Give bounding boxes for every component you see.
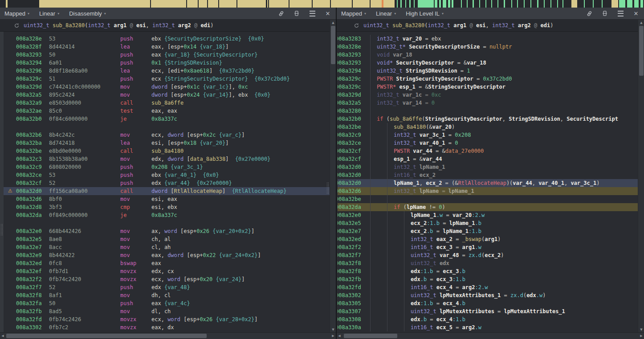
address[interactable]: 008a32c9 [16,163,49,171]
disassembly-line[interactable]: 008a329350pusheax {var_18} {SecurityDesc… [4,51,330,59]
hlil-line[interactable]: 008a32e7ecx_2.b = lpName_1:1.b [338,227,638,235]
address[interactable]: 008a328e [16,35,49,43]
mnemonic[interactable]: push [120,299,151,307]
code-token[interactable]: dword [167,156,183,162]
hlil-line[interactable]: 008a32f8edx:1.b = ecx_3.b [338,267,638,275]
code-token[interactable]: word [164,228,177,234]
hlil-line[interactable]: 008a3280 [338,107,638,115]
hlil-line[interactable]: 008a32edint32_t eax_2 = _bswap(arg1) [338,235,638,243]
instruction-bytes[interactable]: 3bf3 [49,203,120,211]
code-token[interactable]: , [564,180,571,186]
instruction-bytes[interactable]: 0f84c6000000 [49,115,120,123]
code-token[interactable]: StringSecurityDescriptor [396,76,473,82]
code-token[interactable]: uint32_t [411,308,440,314]
sync-link-icon[interactable] [586,10,593,17]
disassembly-line[interactable]: 008a32946a01push0x1 {StringSDRevision} [4,59,330,67]
code-token[interactable]: 0x2c [203,132,216,138]
scroll-down-button[interactable]: ▼ [638,327,644,332]
code-token[interactable] [212,276,216,282]
address[interactable]: 008a32ed [16,259,49,267]
code-token[interactable]: ecx_2 [411,220,427,226]
scroll-up-button[interactable]: ▲ [638,20,644,25]
code-token[interactable]: StringSDRevision [509,116,560,122]
code-token[interactable]: PWSTR* [377,84,399,90]
code-token[interactable]: .b [459,268,465,274]
code-token[interactable]: eax [151,52,164,58]
code-token[interactable]: PWSTR [377,76,396,82]
close-icon[interactable]: ✕ [324,10,331,17]
code-token[interactable]: StringSecurityDescriptor [425,116,502,122]
mnemonic[interactable]: call [120,99,151,107]
code-token[interactable]: .b [459,300,465,306]
code-token[interactable]: , [420,180,426,186]
code-token[interactable]: 0xc [238,84,248,90]
mnemonic[interactable]: mov [120,227,151,235]
code-token[interactable]: ] [209,68,219,74]
code-token[interactable]: = & [416,84,428,90]
hlil-line[interactable]: 008a32d0int32_t lpName_1 [338,163,638,171]
code-token[interactable]: data_27e0000 [445,148,484,154]
disassembly-line[interactable]: 008a32bee8bd0e0000callsub_8a4180 [4,147,330,155]
code-token[interactable]: (& [426,124,432,130]
code-token[interactable]: arg2 [462,284,475,290]
mnemonic[interactable]: lea [120,139,151,147]
instruction-bytes[interactable]: 8d442414 [49,43,120,51]
code-token[interactable]: dword [151,84,167,90]
code-token[interactable]: = [440,220,449,226]
code-token[interactable]: = [433,228,443,234]
hlil-line[interactable]: 008a3293void* SecurityDescriptor = &var_… [338,59,638,67]
hlil-line[interactable]: 008a330aint16_t ecx_5 = arg2.w [338,323,638,331]
hlil-line[interactable]: 008a32cfPWSTR var_44 = &data_27e0000 [338,147,638,155]
code-token[interactable]: lpMutexAttributes_1 [504,308,565,314]
address[interactable]: 008a32f7 [16,283,49,291]
code-token[interactable]: lpMutexAttributes [440,308,494,314]
hlil-line[interactable]: 008a3305edx:1.b = ecx_4.b [338,299,638,307]
code-token[interactable]: {var_18} [200,44,225,50]
address[interactable]: 008a3280 [338,107,366,115]
code-token[interactable] [190,180,196,186]
address[interactable]: 008a328e [338,43,366,51]
hlil-line[interactable]: 008a3293void var_18 [338,51,638,59]
code-token[interactable]: ) [442,204,445,210]
code-token[interactable]: int16_t [411,244,436,250]
disassembly-line[interactable]: 008a328e53pushebx {SecurityDescriptorSiz… [4,35,330,43]
code-token[interactable]: zx.d [469,252,481,258]
address[interactable]: 008a32e9 [16,251,49,259]
code-token[interactable]: lpMutexAttributes_1 [440,292,501,298]
scrollbar-thumb[interactable] [6,334,207,338]
code-token[interactable]: {var_1c} [203,84,229,90]
hlil-line[interactable]: 008a32cfesp_1 = &var_44 [338,155,638,163]
code-token[interactable]: , [532,180,538,186]
code-token[interactable]: )( [506,180,513,186]
mnemonic[interactable]: cmp [120,203,151,211]
instruction-bytes[interactable]: 8d742418 [49,139,120,147]
code-token[interactable]: {var_20+0x2} [212,228,251,234]
code-token[interactable]: var_14 [403,100,422,106]
instruction-bytes[interactable]: 6808020000 [49,163,120,171]
code-token[interactable]: cl, ah [151,244,171,250]
mnemonic[interactable]: push [120,35,151,43]
hlil-line[interactable]: 008a329dint32_t var_1c = 0xc [338,91,638,99]
code-token[interactable]: word [167,276,180,282]
instruction-bytes[interactable]: 6a01 [49,59,120,67]
code-token[interactable]: 0x8a337c [151,116,177,122]
disassembly-line[interactable] [4,219,330,227]
code-token[interactable]: ( [424,22,428,29]
code-token[interactable]: ] [241,276,245,282]
code-token[interactable]: {0x0} [248,36,264,42]
code-token[interactable]: ( [383,116,389,122]
left-horizontal-scrollbar[interactable]: ◀ ▶ [0,332,336,339]
hlil-line[interactable]: 008a32besub_8a4180(&var_20) [338,123,638,131]
address[interactable]: 008a329c [338,75,366,83]
disassembly-line[interactable]: 008a32e78accmovcl, ah [4,243,330,251]
code-token[interactable]: 0x208 [151,164,167,170]
address[interactable]: 008a32fd [338,283,366,291]
code-token[interactable]: :2.w [472,212,485,218]
instruction-bytes[interactable]: 895c2424 [49,91,120,99]
mnemonic[interactable]: push [120,171,151,179]
code-token[interactable]: {var_18} [164,52,190,58]
address[interactable]: 008a32d0 [338,171,366,179]
code-token[interactable]: edx [151,180,164,186]
code-token[interactable]: lpName [407,204,426,210]
code-token[interactable]: ecx_2 [420,172,436,178]
